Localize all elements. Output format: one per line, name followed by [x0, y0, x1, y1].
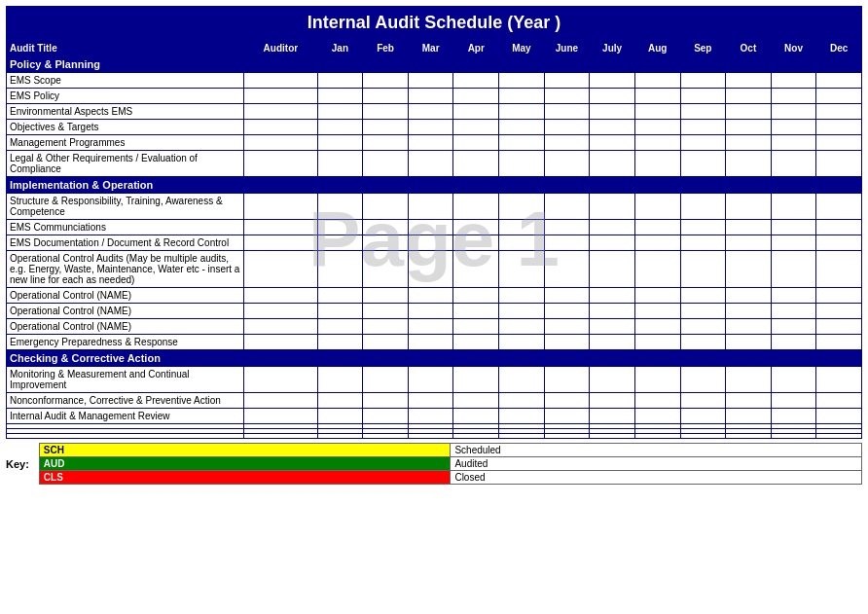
month-cell: [544, 335, 590, 350]
section-header-cell: Policy & Planning: [7, 56, 862, 73]
month-cell: [363, 409, 409, 424]
month-cell: [590, 104, 635, 120]
month-cell: [499, 288, 545, 304]
month-cell: [499, 434, 545, 439]
month-cell: [634, 251, 680, 288]
month-cell: [317, 135, 363, 151]
month-cell: [634, 135, 680, 151]
month-cell: [771, 367, 816, 393]
month-cell: [317, 104, 363, 120]
month-cell: [680, 393, 726, 409]
month-cell: [726, 220, 772, 235]
table-row: Monitoring & Measurement and Continual I…: [7, 367, 862, 393]
month-cell: [363, 304, 409, 319]
month-cell: [726, 73, 772, 89]
month-cell: [408, 434, 453, 439]
col-header-apr: Apr: [453, 41, 499, 56]
month-cell: [771, 135, 816, 151]
month-cell: [544, 135, 590, 151]
month-cell: [317, 335, 363, 350]
month-cell: [634, 319, 680, 335]
row-auditor: [244, 434, 317, 439]
month-cell: [726, 304, 772, 319]
row-title: Structure & Responsibility, Training, Aw…: [7, 194, 244, 220]
col-header-june: June: [544, 41, 590, 56]
table-row: Operational Control (NAME): [7, 288, 862, 304]
month-cell: [816, 288, 862, 304]
month-cell: [816, 393, 862, 409]
month-cell: [363, 220, 409, 235]
month-cell: [590, 135, 635, 151]
month-cell: [680, 73, 726, 89]
key-aud-code: AUD: [39, 457, 451, 471]
month-cell: [590, 73, 635, 89]
month-cell: [453, 251, 499, 288]
month-cell: [771, 104, 816, 120]
month-cell: [453, 104, 499, 120]
key-label: Key:: [6, 458, 29, 470]
row-title: EMS Documentation / Document & Record Co…: [7, 235, 244, 251]
row-auditor: [244, 104, 317, 120]
month-cell: [544, 367, 590, 393]
month-cell: [453, 89, 499, 104]
month-cell: [680, 135, 726, 151]
row-auditor: [244, 194, 317, 220]
col-header-feb: Feb: [363, 41, 409, 56]
row-title: Monitoring & Measurement and Continual I…: [7, 367, 244, 393]
month-cell: [771, 409, 816, 424]
col-header-title: Audit Title: [7, 41, 244, 56]
page-title: Internal Audit Schedule (Year ): [6, 6, 862, 40]
month-cell: [816, 304, 862, 319]
month-cell: [816, 235, 862, 251]
month-cell: [363, 434, 409, 439]
row-title: EMS Communciations: [7, 220, 244, 235]
month-cell: [726, 434, 772, 439]
row-auditor: [244, 235, 317, 251]
month-cell: [317, 367, 363, 393]
row-auditor: [244, 393, 317, 409]
month-cell: [816, 434, 862, 439]
row-title: [7, 434, 244, 439]
month-cell: [408, 194, 453, 220]
month-cell: [499, 104, 545, 120]
table-row: [7, 434, 862, 439]
month-cell: [726, 89, 772, 104]
month-cell: [816, 319, 862, 335]
month-cell: [408, 89, 453, 104]
month-cell: [680, 235, 726, 251]
month-cell: [363, 251, 409, 288]
month-cell: [408, 251, 453, 288]
month-cell: [363, 104, 409, 120]
month-cell: [634, 367, 680, 393]
month-cell: [771, 335, 816, 350]
month-cell: [771, 251, 816, 288]
month-cell: [363, 319, 409, 335]
col-header-july: July: [590, 41, 635, 56]
month-cell: [590, 251, 635, 288]
month-cell: [771, 89, 816, 104]
month-cell: [499, 235, 545, 251]
month-cell: [816, 135, 862, 151]
month-cell: [499, 393, 545, 409]
month-cell: [726, 251, 772, 288]
month-cell: [680, 367, 726, 393]
row-title: Legal & Other Requirements / Evaluation …: [7, 151, 244, 177]
month-cell: [453, 151, 499, 177]
month-cell: [816, 73, 862, 89]
key-sch-label: Scheduled: [451, 444, 862, 457]
month-cell: [499, 409, 545, 424]
col-header-nov: Nov: [771, 41, 816, 56]
table-row: EMS Scope: [7, 73, 862, 89]
month-cell: [408, 120, 453, 135]
month-cell: [317, 304, 363, 319]
month-cell: [453, 120, 499, 135]
col-header-auditor: Auditor: [244, 41, 317, 56]
table-row: Objectives & Targets: [7, 120, 862, 135]
month-cell: [408, 288, 453, 304]
month-cell: [453, 135, 499, 151]
month-cell: [499, 89, 545, 104]
month-cell: [680, 89, 726, 104]
month-cell: [499, 251, 545, 288]
month-cell: [317, 251, 363, 288]
month-cell: [680, 220, 726, 235]
